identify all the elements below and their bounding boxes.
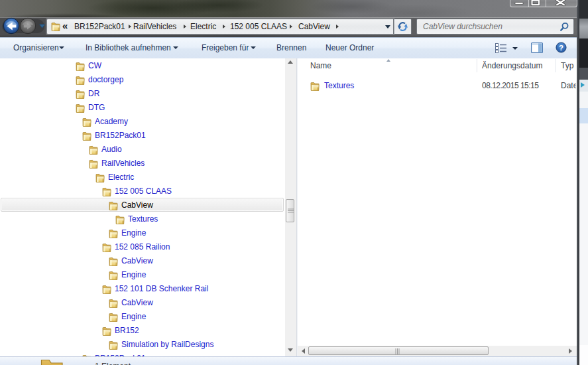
svg-text:?: ?: [559, 44, 563, 52]
